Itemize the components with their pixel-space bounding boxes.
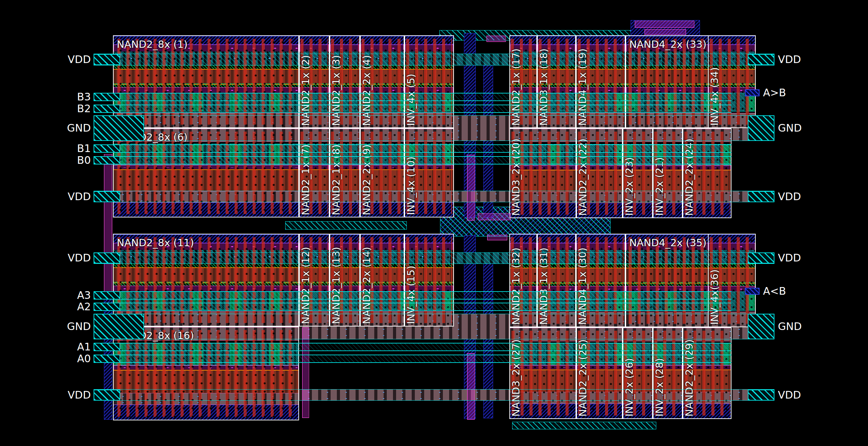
cell-25[interactable]: NAND2_2x (25) xyxy=(576,327,623,419)
cell-label: NAND2_1x (7) xyxy=(300,144,312,215)
port-pad-vdd-left0[interactable] xyxy=(94,54,120,65)
cell-12[interactable]: NAND2_1x (12) xyxy=(299,234,330,327)
cell-5[interactable]: INV_4x (5) xyxy=(404,35,454,128)
port-label-vdd-right0: VDD xyxy=(778,53,801,66)
port-label-gnd-right6: GND xyxy=(778,320,802,333)
rail-b3-1 xyxy=(94,93,731,101)
cell-29[interactable]: NAND2_2x (29) xyxy=(683,327,731,419)
cell-8[interactable]: NAND2_1x (8) xyxy=(330,128,360,217)
rail-a2-9 xyxy=(94,303,731,311)
cell-label: NAND2_2x (9) xyxy=(361,144,372,215)
wire-bottom-strap xyxy=(512,422,656,429)
cell-23[interactable]: INV_2x (23) xyxy=(623,128,653,218)
cell-label: NAND2_8x (11) xyxy=(117,237,194,249)
cell-31[interactable]: NAND3_1x (31) xyxy=(537,234,576,327)
cell-24[interactable]: NAND2_2x (24) xyxy=(683,128,731,218)
rail-a1-11 xyxy=(94,343,731,351)
cell-10[interactable]: INV_4x (10) xyxy=(404,128,454,217)
cell-label: INV_2x (26) xyxy=(623,358,635,417)
port-label-gnd-left3: GND xyxy=(0,122,91,134)
cell-28[interactable]: INV_2x (28) xyxy=(653,327,683,419)
port-pad-a3-left8[interactable] xyxy=(94,291,120,300)
cell-1[interactable]: NAND2_8x (1) xyxy=(113,35,299,128)
port-pad-vdd-right7[interactable] xyxy=(748,390,774,401)
wire-mid-via-bar xyxy=(478,213,511,220)
wire-gap-vbar-via2 xyxy=(467,353,475,420)
port-label-b0-left5: B0 xyxy=(0,154,91,167)
wire-gap-via-top xyxy=(486,36,506,42)
port-label-a3-left8: A3 xyxy=(0,289,91,302)
port-pad-vdd-left6[interactable] xyxy=(94,191,120,202)
cell-label: NAND2_1x (8) xyxy=(330,144,342,215)
cell-36[interactable]: INV_4x(36) xyxy=(708,234,756,327)
port-pad-gnd-right6[interactable] xyxy=(748,314,774,339)
cell-4[interactable]: NAND2_2x (4) xyxy=(360,35,404,128)
cell-6[interactable]: NAND2_8x (6) xyxy=(113,128,299,217)
cell-22[interactable]: NAND2_2x (22) xyxy=(576,128,623,218)
port-label-vdd-left13: VDD xyxy=(0,389,91,401)
port-pad-altb-right5[interactable] xyxy=(745,288,760,295)
port-pad-a2-left9[interactable] xyxy=(94,303,120,311)
cell-27[interactable]: NAND3_2x (27) xyxy=(509,327,576,419)
cell-20[interactable]: NAND3_2x (20) xyxy=(509,128,576,218)
port-pad-vdd-left7[interactable] xyxy=(94,252,120,264)
port-pad-a0-left12[interactable] xyxy=(94,355,120,363)
layout-canvas[interactable]: NAND2_8x (1)NAND2_1x (2)NAND2_1x (3)NAND… xyxy=(0,0,868,446)
port-pad-agtb-right1[interactable] xyxy=(745,89,760,96)
cell-2[interactable]: NAND2_1x (2) xyxy=(299,35,330,128)
cell-34[interactable]: INV_4x (34) xyxy=(708,35,756,128)
cell-7[interactable]: NAND2_1x (7) xyxy=(299,128,330,217)
port-pad-b0-left5[interactable] xyxy=(94,156,120,164)
rail-gnd-3-edge xyxy=(94,115,774,141)
cell-19[interactable]: NAND4_1x (19) xyxy=(576,35,625,128)
wire-gap-vbar-via xyxy=(467,155,475,221)
cell-30[interactable]: NAND4_1x (30) xyxy=(576,234,625,327)
port-label-b3-left1: B3 xyxy=(0,91,91,103)
port-pad-vdd-right4[interactable] xyxy=(748,252,774,264)
cell-3[interactable]: NAND2_1x (3) xyxy=(330,35,360,128)
cell-13[interactable]: NAND2_1x (13) xyxy=(330,234,360,327)
port-label-vdd-left6: VDD xyxy=(0,190,91,203)
port-label-altb-right5: A<B xyxy=(763,285,786,297)
rail-vdd-0-edge xyxy=(94,54,774,65)
cell-label: INV_2x (28) xyxy=(654,358,665,417)
port-pad-gnd-left3[interactable] xyxy=(94,115,144,141)
cell-label: NAND4_2x (33) xyxy=(629,38,707,50)
port-pad-a1-left11[interactable] xyxy=(94,343,120,351)
cell-label: NAND2_8x (1) xyxy=(117,38,187,50)
port-label-b2-left2: B2 xyxy=(0,102,91,115)
cell-16[interactable]: NAND2_8x (16) xyxy=(113,327,299,420)
port-pad-vdd-right3[interactable] xyxy=(748,191,774,202)
cell-18[interactable]: NAND3_1x (18) xyxy=(537,35,576,128)
rail-a3-8 xyxy=(94,291,731,300)
port-pad-b3-left1[interactable] xyxy=(94,93,120,101)
wire-bl-col-via xyxy=(302,327,309,418)
rail-vdd-7-edge xyxy=(94,252,774,264)
cell-17[interactable]: NAND2_1x (17) xyxy=(509,35,537,128)
cell-21[interactable]: INV_2x (21) xyxy=(653,128,683,218)
port-label-a2-left9: A2 xyxy=(0,301,91,313)
cell-26[interactable]: INV_2x (26) xyxy=(623,327,653,419)
cell-32[interactable]: NAND2_1x (32) xyxy=(509,234,537,327)
cell-14[interactable]: NAND2_2x (14) xyxy=(360,234,404,327)
port-pad-b2-left2[interactable] xyxy=(94,105,120,113)
port-pad-b1-left4[interactable] xyxy=(94,144,120,153)
port-pad-vdd-right0[interactable] xyxy=(748,54,774,65)
wire-left-vbar-via xyxy=(104,154,112,295)
rail-gnd-10-edge xyxy=(94,314,774,339)
rail-b1-4 xyxy=(94,144,731,153)
cell-15[interactable]: INV_4x (15) xyxy=(404,234,454,327)
port-label-a1-left11: A1 xyxy=(0,341,91,353)
wire-mid-left-strap xyxy=(285,221,407,230)
port-pad-vdd-left13[interactable] xyxy=(94,390,120,401)
cell-label: INV_2x (21) xyxy=(654,157,665,216)
cell-11[interactable]: NAND2_8x (11) xyxy=(113,234,299,327)
cell-9[interactable]: NAND2_2x (9) xyxy=(360,128,404,217)
cell-label: INV_4x (10) xyxy=(405,157,417,215)
port-label-vdd-left7: VDD xyxy=(0,252,91,264)
port-pad-gnd-right2[interactable] xyxy=(748,115,774,141)
rail-a0-12 xyxy=(94,355,731,363)
port-pad-gnd-left10[interactable] xyxy=(94,314,144,339)
cell-label: NAND4_2x (35) xyxy=(629,237,707,249)
rail-vdd-13-edge xyxy=(94,389,774,401)
